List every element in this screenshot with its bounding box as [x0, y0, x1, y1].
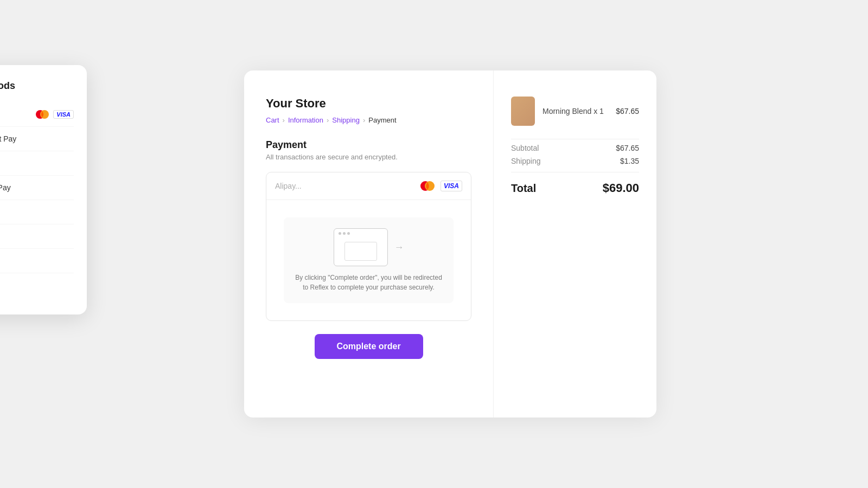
pm-name-ideal: iDEAL [0, 281, 74, 290]
shipping-value: $1.35 [620, 157, 639, 165]
order-divider-1 [511, 139, 639, 139]
pm-card-logos: VISA [34, 109, 74, 120]
visa-icon: VISA [53, 110, 74, 119]
redirect-text: By clicking "Complete order", you will b… [295, 273, 443, 292]
total-label: Total [511, 182, 536, 195]
pm-name-skrill: Skrill [0, 208, 74, 216]
pm-item-ideal[interactable]: iD EAL iDEAL [0, 273, 74, 297]
pm-name-ovo: Ovo [0, 256, 74, 265]
pm-name-atome: Atome [0, 232, 74, 241]
redirect-arrow: → [394, 242, 404, 253]
payment-area-label: Alipay... [275, 182, 302, 190]
breadcrumb-sep-3: › [363, 116, 365, 124]
breadcrumb-sep-1: › [283, 116, 285, 124]
pm-item-ovo[interactable]: OVO Ovo [0, 249, 74, 273]
browser-mockup [334, 228, 388, 266]
breadcrumb-information[interactable]: Information [288, 116, 323, 124]
payment-section-title: Payment [266, 139, 471, 151]
breadcrumb-shipping[interactable]: Shipping [332, 116, 360, 124]
pm-item-kakao[interactable]: KPay Kakao Pay [0, 176, 74, 200]
payment-area: Alipay... VISA [266, 172, 471, 321]
right-panel: Morning Blend x 1 $67.65 Subtotal $67.65… [494, 70, 656, 418]
subtotal-label: Subtotal [511, 144, 539, 152]
subtotal-row: Subtotal $67.65 [511, 144, 639, 152]
payment-area-header: Alipay... VISA [266, 172, 471, 200]
shipping-row: Shipping $1.35 [511, 157, 639, 165]
redirect-box: → By clicking "Complete order", you will… [284, 217, 454, 303]
product-thumbnail [511, 97, 535, 126]
total-value: $69.00 [603, 181, 639, 195]
subtotal-value: $67.65 [616, 144, 639, 152]
payment-subtitle: All transactions are secure and encrypte… [266, 153, 471, 161]
store-title: Your Store [266, 97, 471, 111]
pm-name-wechat: WeChat Pay [0, 134, 74, 143]
shipping-label: Shipping [511, 157, 541, 165]
payment-card-logos: VISA [418, 180, 462, 192]
breadcrumb: Cart › Information › Shipping › Payment [266, 116, 471, 124]
breadcrumb-cart[interactable]: Cart [266, 116, 279, 124]
left-panel: Your Store Cart › Information › Shipping… [244, 70, 494, 418]
payment-methods-card: Payment Methods Card VISA [0, 65, 87, 314]
redirect-content: → By clicking "Complete order", you will… [266, 200, 471, 320]
mastercard-icon [34, 109, 51, 120]
pm-item-card[interactable]: Card VISA [0, 102, 74, 127]
total-row: Total $69.00 [511, 181, 639, 195]
pm-item-wechat[interactable]: WeChat Pay [0, 127, 74, 151]
pm-item-atome[interactable]: atome A Atome [0, 224, 74, 249]
pm-item-skrill[interactable]: Skrill Skrill [0, 200, 74, 224]
breadcrumb-payment: Payment [368, 116, 396, 124]
complete-order-button[interactable]: Complete order [315, 334, 423, 359]
product-price: $67.65 [616, 107, 639, 115]
breadcrumb-sep-2: › [327, 116, 329, 124]
checkout-card: Your Store Cart › Information › Shipping… [244, 70, 656, 418]
pm-name-alipay: Alipay [0, 159, 74, 168]
payment-mastercard-icon [418, 180, 437, 192]
pm-name-kakao: Kakao Pay [0, 183, 74, 192]
order-item: Morning Blend x 1 $67.65 [511, 97, 639, 126]
order-divider-2 [511, 172, 639, 172]
pm-name-card: Card [0, 110, 27, 119]
payment-visa-icon: VISA [441, 181, 462, 191]
payment-methods-title: Payment Methods [0, 80, 74, 92]
product-name: Morning Blend x 1 [542, 107, 608, 115]
pm-item-alipay[interactable]: A Alipay [0, 151, 74, 176]
